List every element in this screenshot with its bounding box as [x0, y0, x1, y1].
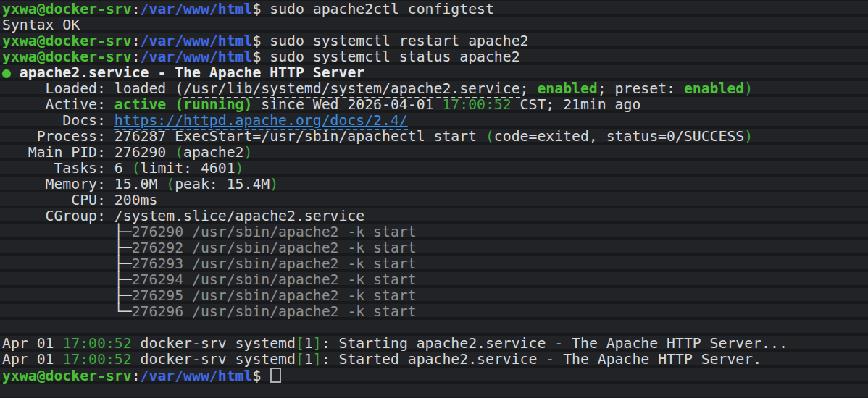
text-segment: (: [132, 160, 141, 177]
text-segment: [2, 240, 114, 256]
tree-branch-icon: ├─: [114, 271, 132, 288]
prompt-symbol: $: [252, 48, 270, 65]
text-segment: apache2: [183, 144, 243, 161]
text-segment: ]: [313, 351, 322, 368]
text-segment: Process: 276287 ExecStart=/usr/sbin/apac…: [2, 128, 485, 145]
preset-state: enabled: [684, 80, 744, 97]
active-state: active (running): [114, 96, 253, 113]
tree-branch-icon: ├─: [114, 240, 132, 256]
terminal-line: Syntax OK: [2, 17, 868, 33]
prompt-user-host: yxwa@docker-srv: [2, 48, 132, 65]
terminal-line: Apr 01 17:00:52 docker-srv systemd[1]: S…: [2, 336, 868, 352]
enabled-state: enabled: [537, 80, 597, 97]
prompt-user-host: yxwa@docker-srv: [2, 1, 132, 17]
memory-usage: Memory: 15.0M: [2, 176, 166, 192]
prompt-cwd: /var/www/html: [141, 33, 253, 49]
prompt-user-host: yxwa@docker-srv: [2, 33, 132, 49]
cgroup-path: CGroup: /system.slice/apache2.service: [2, 208, 364, 224]
worker-process: 276292 /usr/sbin/apache2 -k start: [132, 240, 417, 256]
prompt-symbol: $: [252, 368, 270, 384]
terminal-line: yxwa@docker-srv:/var/www/html$ sudo syst…: [2, 49, 868, 65]
text-segment: ): [744, 80, 753, 97]
terminal-line: Apr 01 17:00:52 docker-srv systemd[1]: S…: [2, 352, 868, 368]
configtest-result: Syntax OK: [2, 17, 80, 33]
tree-end-icon: └─: [114, 303, 132, 320]
main-pid: Main PID: 276290: [2, 144, 175, 161]
worker-process: 276295 /usr/sbin/apache2 -k start: [132, 287, 417, 304]
terminal-line: yxwa@docker-srv:/var/www/html$ sudo apac…: [2, 1, 868, 17]
text-segment: [: [296, 335, 304, 352]
log-timestamp: 17:00:52: [62, 335, 131, 352]
terminal-cursor[interactable]: [270, 368, 281, 383]
terminal-line: yxwa@docker-srv:/var/www/html$ sudo syst…: [2, 33, 868, 49]
terminal-line: ├─276292 /usr/sbin/apache2 -k start: [2, 240, 868, 256]
cpu-usage: CPU: 200ms: [2, 192, 157, 208]
terminal-line: yxwa@docker-srv:/var/www/html$: [2, 368, 868, 384]
prompt-cwd: /var/www/html: [141, 368, 253, 384]
text-segment: ): [235, 160, 244, 177]
prompt-cwd: /var/www/html: [141, 48, 253, 65]
terminal-line: Active: active (running) since Wed 2026-…: [2, 97, 868, 113]
text-segment: ): [744, 128, 753, 145]
text-segment: ;: [520, 80, 538, 97]
worker-process: 276294 /usr/sbin/apache2 -k start: [132, 271, 417, 288]
tasks-count: Tasks: 6: [2, 160, 132, 177]
log-timestamp: 17:00:52: [62, 351, 131, 368]
active-since-time: 17:00:52: [442, 96, 511, 113]
text-segment: 1: [304, 351, 313, 368]
text-segment: 1: [304, 335, 313, 352]
command-status: sudo systemctl status apache2: [270, 48, 519, 65]
text-segment: docker-srv systemd: [132, 335, 296, 352]
text-segment: ]: [313, 335, 322, 352]
tree-branch-icon: ├─: [114, 287, 132, 304]
terminal-line: ├─276293 /usr/sbin/apache2 -k start: [2, 256, 868, 272]
text-segment: :: [132, 368, 141, 384]
text-segment: Apr 01: [2, 351, 62, 368]
process-exit-status: code=exited, status=0/SUCCESS: [494, 128, 744, 145]
terminal-line: Process: 276287 ExecStart=/usr/sbin/apac…: [2, 129, 868, 145]
text-segment: (: [485, 128, 494, 145]
prompt-user-host: yxwa@docker-srv: [2, 368, 132, 384]
text-segment: Loaded: loaded (: [2, 80, 183, 97]
active-status-dot-icon: ●: [2, 64, 20, 81]
text-segment: [2, 303, 114, 320]
text-segment: limit: 4601: [141, 160, 235, 177]
terminal-output: yxwa@docker-srv:/var/www/html$ sudo apac…: [2, 1, 868, 384]
terminal-line: ├─276290 /usr/sbin/apache2 -k start: [2, 224, 868, 240]
prompt-cwd: /var/www/html: [141, 1, 253, 17]
terminal-line: ● apache2.service - The Apache HTTP Serv…: [2, 65, 868, 81]
worker-process: 276296 /usr/sbin/apache2 -k start: [132, 303, 417, 320]
terminal-line: └─276296 /usr/sbin/apache2 -k start: [2, 304, 868, 320]
text-segment: [2, 271, 114, 288]
log-started-message: : Started apache2.service - The Apache H…: [322, 351, 761, 368]
text-segment: CST; 21min ago: [512, 96, 641, 113]
tree-branch-icon: ├─: [114, 255, 132, 272]
terminal-line: Tasks: 6 (limit: 4601): [2, 161, 868, 177]
text-segment: since Wed 2026-04-01: [252, 96, 442, 113]
tree-branch-icon: ├─: [114, 224, 132, 240]
log-starting-message: : Starting apache2.service - The Apache …: [322, 335, 788, 352]
text-segment: ; preset:: [598, 80, 684, 97]
prompt-symbol: $: [252, 33, 270, 49]
terminal-line: [2, 320, 868, 336]
text-segment: docker-srv systemd: [132, 351, 296, 368]
worker-process: 276293 /usr/sbin/apache2 -k start: [132, 255, 417, 272]
text-segment: [: [296, 351, 304, 368]
text-segment: (: [175, 144, 183, 161]
terminal-line: Memory: 15.0M (peak: 15.4M): [2, 177, 868, 192]
terminal-line: Loaded: loaded (/usr/lib/systemd/system/…: [2, 81, 868, 97]
command-configtest: sudo apache2ctl configtest: [270, 1, 494, 17]
terminal-window[interactable]: yxwa@docker-srv:/var/www/html$ sudo apac…: [0, 0, 868, 398]
text-segment: [2, 224, 114, 240]
text-segment: [2, 287, 114, 304]
text-segment: :: [132, 48, 141, 65]
terminal-line: CGroup: /system.slice/apache2.service: [2, 208, 868, 224]
text-segment: (: [166, 176, 175, 192]
text-segment: [2, 255, 114, 272]
command-restart: sudo systemctl restart apache2: [270, 33, 528, 49]
terminal-line: Main PID: 276290 (apache2): [2, 145, 868, 161]
text-segment: Active:: [2, 96, 114, 113]
text-segment: Apr 01: [2, 335, 62, 352]
text-segment: ): [270, 176, 278, 192]
terminal-line: ├─276295 /usr/sbin/apache2 -k start: [2, 288, 868, 304]
